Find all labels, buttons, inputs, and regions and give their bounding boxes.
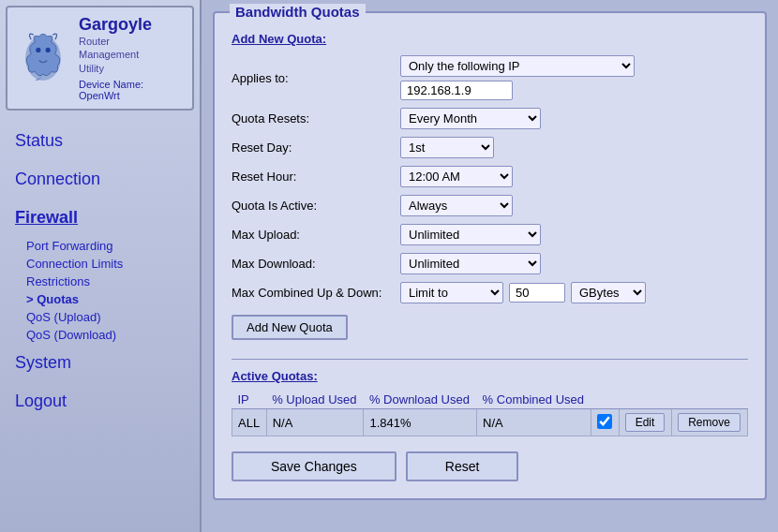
sidebar-item-qos-download[interactable]: QoS (Download): [19, 326, 200, 344]
reset-day-control: 1st 2nd 3rd 15th Last: [400, 137, 494, 158]
quota-active-select[interactable]: Always Never Schedule: [400, 195, 513, 216]
nav-section: Status Connection Firewall Port Forwardi…: [0, 116, 200, 426]
sidebar-item-quotas[interactable]: > Quotas: [19, 290, 200, 308]
max-combined-control: Limit to Unlimited GBytes MBytes KBytes: [400, 282, 646, 303]
col-download-used: % Download Used: [364, 391, 477, 409]
table-row: ALL N/A 1.841% N/A Edit Remove: [232, 409, 748, 436]
row-remove-cell: Remove: [672, 409, 748, 436]
sidebar-item-restrictions[interactable]: Restrictions: [19, 273, 200, 290]
add-quota-section-title: Add New Quota:: [232, 32, 748, 46]
max-download-row: Max Download: Unlimited Limit to: [232, 253, 748, 274]
max-download-label: Max Download:: [232, 257, 400, 271]
reset-button[interactable]: Reset: [406, 451, 519, 481]
row-download-used: 1.841%: [364, 409, 477, 436]
edit-button[interactable]: Edit: [625, 413, 666, 432]
reset-hour-control: 12:00 AM 1:00 AM 6:00 AM 12:00 PM: [400, 166, 513, 187]
max-upload-select[interactable]: Unlimited Limit to: [400, 224, 541, 245]
applies-to-row: Applies to: Only the following IP All IP…: [232, 55, 748, 100]
sidebar-item-qos-upload[interactable]: QoS (Upload): [19, 308, 200, 326]
row-edit-cell: Edit: [619, 409, 671, 436]
reset-day-label: Reset Day:: [232, 140, 400, 155]
bandwidth-quotas-panel: Bandwidth Quotas Add New Quota: Applies …: [213, 11, 767, 500]
reset-hour-select[interactable]: 12:00 AM 1:00 AM 6:00 AM 12:00 PM: [400, 166, 513, 187]
col-combined-used: % Combined Used: [477, 391, 591, 409]
quota-resets-select[interactable]: Every Month Every Week Every Day: [400, 108, 541, 129]
app-title: Gargoyle: [79, 15, 185, 35]
max-upload-control: Unlimited Limit to: [400, 224, 541, 245]
limit-value-input[interactable]: [509, 283, 565, 303]
main-content: Bandwidth Quotas Add New Quota: Applies …: [202, 0, 778, 532]
firewall-subitems: Port Forwarding Connection Limits Restri…: [0, 237, 200, 344]
col-upload-used: % Upload Used: [266, 391, 364, 409]
col-checkbox: [591, 391, 619, 409]
app-subtitle: Router Management Utility: [79, 35, 185, 75]
sidebar: Gargoyle Router Management Utility Devic…: [0, 0, 202, 532]
quota-resets-control: Every Month Every Week Every Day: [400, 108, 541, 129]
logo-text: Gargoyle Router Management Utility Devic…: [79, 15, 185, 101]
max-download-control: Unlimited Limit to: [400, 253, 541, 274]
sidebar-item-connection-limits[interactable]: Connection Limits: [19, 255, 200, 273]
quotas-table: IP % Upload Used % Download Used % Combi…: [232, 391, 748, 436]
add-new-quota-button[interactable]: Add New Quota: [232, 315, 348, 340]
applies-to-wrapper: Only the following IP All IPs All except…: [400, 55, 635, 100]
sidebar-item-port-forwarding[interactable]: Port Forwarding: [19, 237, 200, 255]
svg-point-2: [46, 48, 51, 52]
max-combined-row: Max Combined Up & Down: Limit to Unlimit…: [232, 282, 748, 303]
sidebar-item-connection[interactable]: Connection: [0, 160, 200, 199]
ip-input[interactable]: [400, 81, 513, 100]
col-ip: IP: [232, 391, 267, 409]
panel-title: Bandwidth Quotas: [230, 4, 366, 20]
quota-resets-row: Quota Resets: Every Month Every Week Eve…: [232, 108, 748, 129]
svg-point-1: [36, 48, 40, 52]
divider: [232, 359, 748, 360]
row-checkbox[interactable]: [597, 414, 612, 429]
sidebar-item-status[interactable]: Status: [0, 122, 200, 160]
remove-button[interactable]: Remove: [678, 413, 741, 432]
quota-resets-label: Quota Resets:: [232, 111, 400, 126]
applies-to-label: Applies to:: [232, 71, 400, 85]
reset-day-select[interactable]: 1st 2nd 3rd 15th Last: [400, 137, 494, 158]
reset-day-row: Reset Day: 1st 2nd 3rd 15th Last: [232, 137, 748, 158]
row-ip: ALL: [232, 409, 267, 436]
reset-hour-row: Reset Hour: 12:00 AM 1:00 AM 6:00 AM 12:…: [232, 166, 748, 187]
max-upload-row: Max Upload: Unlimited Limit to: [232, 224, 748, 245]
bottom-buttons: Save Changes Reset: [232, 451, 748, 481]
applies-to-select[interactable]: Only the following IP All IPs All except…: [400, 55, 635, 77]
max-upload-label: Max Upload:: [232, 228, 400, 242]
active-quotas-title: Active Quotas:: [232, 369, 748, 383]
quota-active-label: Quota Is Active:: [232, 199, 400, 213]
max-combined-label: Max Combined Up & Down:: [232, 286, 400, 300]
gbytes-select[interactable]: GBytes MBytes KBytes: [571, 282, 646, 303]
reset-hour-label: Reset Hour:: [232, 170, 400, 184]
sidebar-item-system[interactable]: System: [0, 344, 200, 382]
dragon-icon: [15, 30, 71, 86]
device-name: Device Name: OpenWrt: [79, 79, 185, 101]
row-checkbox-cell: [591, 409, 619, 436]
col-edit: [619, 391, 671, 409]
row-upload-used: N/A: [266, 409, 364, 436]
quota-active-row: Quota Is Active: Always Never Schedule: [232, 195, 748, 216]
row-combined-used: N/A: [477, 409, 591, 436]
max-download-select[interactable]: Unlimited Limit to: [400, 253, 541, 274]
quota-active-control: Always Never Schedule: [400, 195, 513, 216]
max-combined-select[interactable]: Limit to Unlimited: [400, 282, 503, 303]
sidebar-item-logout[interactable]: Logout: [0, 382, 200, 421]
col-remove: [672, 391, 748, 409]
sidebar-item-firewall[interactable]: Firewall: [0, 199, 200, 237]
save-changes-button[interactable]: Save Changes: [232, 451, 396, 481]
logo-area: Gargoyle Router Management Utility Devic…: [6, 6, 194, 111]
